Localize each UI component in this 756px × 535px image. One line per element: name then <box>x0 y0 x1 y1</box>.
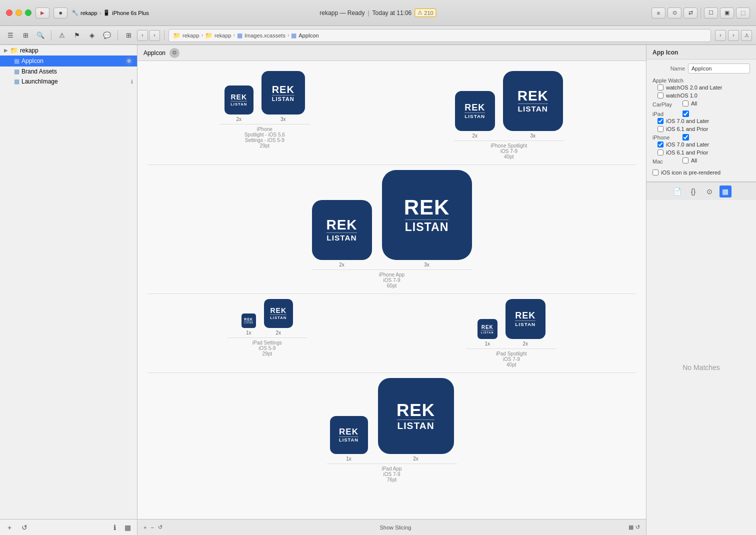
sidebar-root-label: rekapp <box>20 47 38 54</box>
maximize-button[interactable] <box>25 10 32 16</box>
app-icon-ipad-spotlight-2x[interactable]: REK LISTAN <box>506 299 546 339</box>
app-icon-ipad-spotlight-1x[interactable]: REK LISTAN <box>478 319 498 339</box>
ipad-ios7-checkbox[interactable] <box>658 118 664 124</box>
sidebar-root-folder-icon: 📁 <box>10 46 18 54</box>
titlebar: ▶ ■ 🔧 rekapp › 📱 iPhone 6s Plus rekapp —… <box>0 0 756 26</box>
close-button[interactable] <box>6 10 12 16</box>
app-icon-settings-2x[interactable]: REK LISTAN <box>224 86 254 114</box>
section-iphone-spotlight: REK LISTAN 2x REK LISTAN <box>148 71 636 160</box>
window-title: rekapp — Ready <box>320 10 364 16</box>
sidebar-brand-label: Brand Assets <box>22 68 57 75</box>
sidebar-item-brand-assets[interactable]: ▦ Brand Assets <box>0 66 137 76</box>
grid-btn[interactable]: ⊞ <box>122 30 135 42</box>
watchos2-label: watchOS 2.0 and Later <box>666 84 722 90</box>
icon-item-iphone-app-3x: REK LISTAN 3x <box>382 170 472 268</box>
nav-arrows: ‹ › <box>137 30 160 41</box>
icon-item-ipad-spotlight-1x: REK LISTAN 1x <box>478 319 498 346</box>
mac-all-checkbox[interactable] <box>682 158 688 164</box>
search-btn[interactable]: 🔍 <box>34 30 47 42</box>
scheme-selector-button[interactable]: ▶ <box>36 8 50 18</box>
sidebar-root-item[interactable]: ▶ 📁 rekapp <box>0 45 137 56</box>
prev-issue-btn[interactable]: ‹ <box>715 30 726 41</box>
rp-json-btn[interactable]: {} <box>688 186 700 198</box>
minimize-button[interactable] <box>16 10 22 16</box>
show-slicing-button[interactable]: Show Slicing <box>380 524 411 530</box>
watchos2-checkbox[interactable] <box>658 84 664 90</box>
warning-nav-btn[interactable]: ⚠ <box>741 30 752 41</box>
section-label-iphone-app: iPhone AppiOS 7-960pt <box>312 270 472 288</box>
app-icon-ipad-settings-2x[interactable]: REK LISTAN <box>264 299 293 328</box>
ios-prerendered-checkbox[interactable] <box>652 170 658 176</box>
carplay-all-checkbox[interactable] <box>682 100 688 106</box>
iphone-ios6-checkbox[interactable] <box>658 150 664 156</box>
flag-btn[interactable]: ⚑ <box>70 30 84 42</box>
ipad-ios6-checkbox[interactable] <box>658 126 664 132</box>
alert-btn[interactable]: ⚠ <box>56 30 68 42</box>
icon-row-settings: REK LISTAN 2x REK LISTAN <box>224 71 305 122</box>
sidebar-add-button[interactable]: + <box>4 522 15 533</box>
assistant-button[interactable]: ⇄ <box>684 8 698 18</box>
breadcrumb[interactable]: 📁 rekapp › 📁 rekapp › ▦ Images.xcassets … <box>168 29 711 42</box>
library-button[interactable]: ⊙ <box>668 8 682 18</box>
sidebar-refresh-button[interactable]: ↺ <box>19 522 30 533</box>
app-icon-ipad-settings-1x[interactable]: REK LISTAN <box>242 314 256 328</box>
section-label-ipad-settings: iPad SettingsiOS 5-929pt <box>227 338 307 356</box>
footer-grid-button[interactable]: ▦ <box>628 524 634 530</box>
ipad-section-label: iPad <box>652 111 680 117</box>
app-icon-iphone-app-2x[interactable]: REK LISTAN <box>312 200 372 260</box>
rp-grid-btn[interactable]: ▦ <box>720 186 732 198</box>
back-btn[interactable]: ‹ <box>137 30 148 41</box>
single-pane-button[interactable]: ☐ <box>704 8 718 18</box>
stop-button[interactable]: ■ <box>54 8 68 18</box>
sidebar-brand-icon: ▦ <box>14 68 20 75</box>
ipad-ios6-label: iOS 6.1 and Prior <box>666 126 708 132</box>
iphone-checkbox[interactable] <box>682 134 689 140</box>
iphone-ios7-checkbox[interactable] <box>658 142 664 148</box>
split-pane-button[interactable]: ▣ <box>720 8 734 18</box>
app-icon-spotlight-3x[interactable]: REK LISTAN <box>503 71 563 131</box>
sidebar-root-arrow: ▶ <box>4 48 8 53</box>
show-slicing-label: Show Slicing <box>380 524 411 530</box>
rp-file-btn[interactable]: 📄 <box>672 186 684 198</box>
app-icon-iphone-app-3x[interactable]: REK LISTAN <box>382 170 472 260</box>
scheme-arrow: › <box>100 10 102 16</box>
traffic-lights <box>6 10 32 16</box>
prop-name-value[interactable]: AppIcon <box>688 64 750 74</box>
content-settings-btn[interactable]: ⚙ <box>170 48 180 58</box>
app-icon-ipad-app-2x[interactable]: REK LISTAN <box>378 378 454 454</box>
sidebar-item-appicon[interactable]: ▦ AppIcon ⚙ <box>0 56 137 66</box>
sidebar-item-launchimage[interactable]: ▦ LaunchImage ℹ <box>0 76 137 86</box>
comment-btn[interactable]: 💬 <box>100 30 114 42</box>
jump-bar-btn[interactable]: ⊞ <box>19 30 32 42</box>
right-panel-props: Name AppIcon Apple Watch watchOS 2.0 and… <box>646 60 756 182</box>
sidebar-info-button[interactable]: ℹ <box>109 522 120 533</box>
watchos1-checkbox[interactable] <box>658 92 664 98</box>
sidebar-launch-icon: ▦ <box>14 78 20 85</box>
content-footer: + − ↺ Show Slicing ▦ ↺ <box>138 519 646 535</box>
section-label-ipad-spotlight: iPad SpotlightiOS 7-940pt <box>466 348 556 368</box>
app-icon-settings-3x[interactable]: REK LISTAN <box>262 71 305 114</box>
checkbox-iphone-ios6: iOS 6.1 and Prior <box>652 150 750 156</box>
sidebar: ▶ 📁 rekapp ▦ AppIcon ⚙ ▦ Brand Assets ▦ … <box>0 45 138 535</box>
footer-add-button[interactable]: + <box>144 524 146 530</box>
bookmark-btn[interactable]: ◈ <box>86 30 98 42</box>
footer-refresh-button[interactable]: ↺ <box>158 524 162 530</box>
footer-remove-button[interactable]: − <box>150 524 154 530</box>
section-iphone-settings: REK LISTAN 2x REK LISTAN <box>220 71 310 160</box>
content-header: AppIcon ⚙ <box>138 45 646 61</box>
app-icon-ipad-app-1x[interactable]: REK LISTAN <box>330 416 368 454</box>
section-ipad-settings-spotlight: REK LISTAN 1x REK LISTAN <box>148 299 636 368</box>
ipad-checkbox[interactable] <box>682 110 689 117</box>
sidebar-toggle-btn[interactable]: ☰ <box>4 30 17 42</box>
section-label-settings: iPhoneSpotlight - iOS 5,6Settings - iOS … <box>220 124 310 148</box>
xcode-icon: 🔧 <box>72 10 78 16</box>
sidebar-grid-button[interactable]: ▦ <box>122 522 133 533</box>
inspector-toggle[interactable]: ≡ <box>652 8 666 18</box>
forward-btn[interactable]: › <box>149 30 160 41</box>
full-screen-button[interactable]: ⬚ <box>736 8 750 18</box>
rp-target-btn[interactable]: ⊙ <box>704 186 716 198</box>
section-ipad: iPad <box>652 110 750 117</box>
next-issue-btn[interactable]: › <box>728 30 739 41</box>
app-icon-spotlight-2x[interactable]: REK LISTAN <box>455 91 495 131</box>
footer-refresh2-button[interactable]: ↺ <box>636 524 640 530</box>
